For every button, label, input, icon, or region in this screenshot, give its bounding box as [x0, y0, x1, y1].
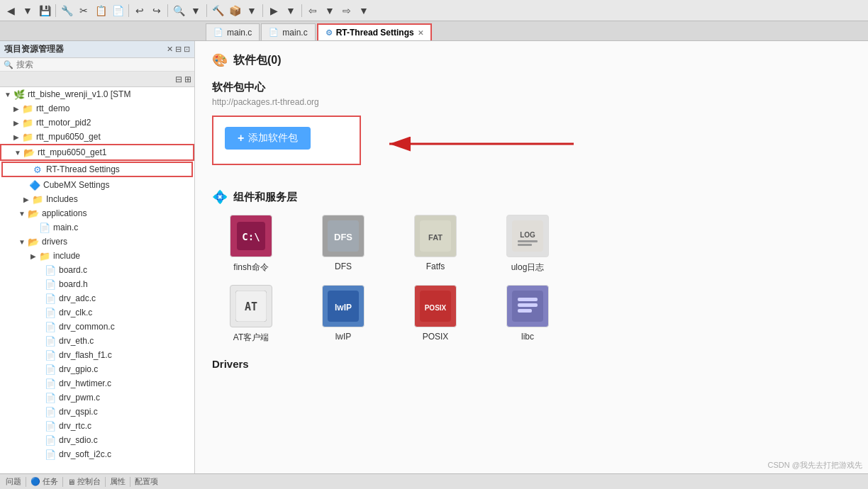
toolbar-back-icon[interactable]: ◀	[3, 3, 18, 18]
posix-icon-box: POSIX	[414, 285, 457, 327]
toolbar-settings-icon[interactable]: 🔧	[59, 3, 74, 18]
tree-item-board-h[interactable]: 📄 board.h	[0, 277, 194, 291]
sidebar-maximize-icon[interactable]: ⊡	[184, 45, 190, 54]
project-icon: 🌿	[13, 89, 26, 100]
tree-label-drv-clk: drv_clk.c	[59, 308, 92, 317]
main-layout: 项目资源管理器 ✕ ⊟ ⊡ 🔍 ⊟ ⊞ ▼ 🌿 rtt_bishe_wrenji…	[0, 41, 868, 473]
tree-label-includes: Includes	[46, 194, 78, 204]
tree-label-board-c: board.c	[59, 265, 87, 275]
tree-label-demo: rtt_demo	[36, 103, 69, 113]
add-pkg-button[interactable]: + 添加软件包	[225, 127, 311, 150]
tree-arrow-motor: ▶	[11, 119, 21, 127]
tree-item-drv-flash[interactable]: 📄 drv_flash_f1.c	[0, 348, 194, 362]
tree-label-apps: applications	[42, 208, 87, 218]
tree-label-include: include	[53, 251, 80, 261]
sidebar-expand-icon[interactable]: ⊞	[184, 74, 191, 84]
drv-gpio-icon: 📄	[44, 364, 57, 375]
tree-item-drv-common[interactable]: 📄 drv_common.c	[0, 320, 194, 334]
tree-label-drv-rtc: drv_rtc.c	[59, 421, 91, 431]
tab-rt-thread-settings[interactable]: ⚙ RT-Thread Settings ✕	[317, 23, 432, 40]
toolbar-pkg-dropdown[interactable]: ▼	[244, 3, 260, 18]
tree-item-applications[interactable]: ▼ 📂 applications	[0, 206, 194, 220]
tree-item-mpu[interactable]: ▶ 📁 rtt_mpu6050_get	[0, 130, 194, 144]
toolbar-undo-icon[interactable]: ↩	[132, 3, 148, 18]
toolbar-run-dropdown[interactable]: ▼	[283, 3, 299, 18]
toolbar-nav-back-icon[interactable]: ⇦	[305, 3, 321, 18]
components-label: 组件和服务层	[233, 191, 297, 204]
comp-posix[interactable]: POSIX POSIX	[396, 285, 474, 344]
comp-libc[interactable]: libc	[489, 285, 567, 344]
tree-label-drv-gpio: drv_gpio.c	[59, 364, 98, 374]
tree-item-include[interactable]: ▶ 📁 include	[0, 249, 194, 263]
tree-label-drv-flash: drv_flash_f1.c	[59, 350, 112, 360]
toolbar-nav-back-dropdown[interactable]: ▼	[322, 3, 338, 18]
statusbar-item-problems[interactable]: 问题	[6, 476, 21, 487]
tree-item-drv-rtc[interactable]: 📄 drv_rtc.c	[0, 419, 194, 433]
sidebar-minimize-icon[interactable]: ⊟	[175, 45, 182, 54]
toolbar-nav-fwd-icon[interactable]: ⇨	[339, 3, 355, 18]
tree-arrow-drivers: ▼	[17, 238, 27, 246]
statusbar-sep-4	[130, 477, 130, 487]
tab-close-icon[interactable]: ✕	[418, 29, 423, 37]
toolbar-redo-icon[interactable]: ↪	[149, 3, 165, 18]
tree-item-rt-settings[interactable]: ⚙ RT-Thread Settings	[1, 162, 193, 177]
fatfs-label: Fatfs	[426, 262, 445, 271]
statusbar-item-config[interactable]: 配置项	[135, 476, 158, 487]
toolbar-cut-icon[interactable]: ✂	[76, 3, 91, 18]
toolbar-run-icon[interactable]: ▶	[266, 3, 282, 18]
comp-finsh[interactable]: C:\ finsh命令	[212, 215, 290, 274]
tree-item-includes[interactable]: ▶ 📁 Includes	[0, 192, 194, 206]
toolbar-pkg-icon[interactable]: 📦	[227, 3, 243, 18]
comp-dfs[interactable]: DFS DFS	[304, 215, 382, 274]
comp-at[interactable]: AT AT客户端	[212, 285, 290, 344]
svg-rect-19	[518, 303, 538, 307]
tree-item-board-c[interactable]: 📄 board.c	[0, 263, 194, 277]
tree-item-mpu1[interactable]: ▼ 📂 rtt_mpu6050_get1	[0, 144, 194, 161]
tree-item-drv-qspi[interactable]: 📄 drv_qspi.c	[0, 405, 194, 419]
statusbar-item-tasks[interactable]: 🔵 任务	[30, 476, 58, 487]
tree-item-motor[interactable]: ▶ 📁 rtt_motor_pid2	[0, 116, 194, 130]
tab-main-c-2[interactable]: 📄 main.c	[261, 23, 315, 40]
tree-arrow-mpu1: ▼	[13, 149, 23, 157]
add-pkg-box: + 添加软件包	[212, 116, 361, 165]
sidebar-search-input[interactable]	[16, 60, 191, 69]
sidebar-collapse-icon[interactable]: ⊟	[175, 74, 182, 84]
tree-item-drv-hwtimer[interactable]: 📄 drv_hwtimer.c	[0, 376, 194, 390]
comp-ulog[interactable]: LOG ulog日志	[489, 215, 567, 274]
lwip-label: lwIP	[335, 332, 352, 342]
toolbar-paste-icon[interactable]: 📄	[110, 3, 126, 18]
svg-text:LOG: LOG	[520, 231, 535, 239]
tree-label-drv-pwm: drv_pwm.c	[59, 393, 100, 403]
tree-item-drv-clk[interactable]: 📄 drv_clk.c	[0, 305, 194, 320]
toolbar-copy-icon[interactable]: 📋	[93, 3, 108, 18]
tree-item-drv-sdio[interactable]: 📄 drv_sdio.c	[0, 433, 194, 447]
tree-item-drv-i2c[interactable]: 📄 drv_soft_i2c.c	[0, 447, 194, 461]
tree-item-drv-eth[interactable]: 📄 drv_eth.c	[0, 334, 194, 348]
tree-item-drv-pwm[interactable]: 📄 drv_pwm.c	[0, 390, 194, 405]
tree-arrow-mpu: ▶	[11, 133, 21, 141]
toolbar-search-dropdown-icon[interactable]: ▼	[188, 3, 204, 18]
at-icon-box: AT	[230, 285, 272, 327]
cubemx-icon: 🔷	[28, 179, 41, 191]
comp-fatfs[interactable]: FAT Fatfs	[396, 215, 474, 274]
drv-clk-icon: 📄	[44, 307, 57, 318]
tree-item-cubemx[interactable]: 🔷 CubeMX Settings	[0, 178, 194, 192]
statusbar-item-console[interactable]: 🖥 控制台	[67, 476, 101, 487]
tree-item-main-c[interactable]: 📄 main.c	[0, 220, 194, 235]
toolbar-build-icon[interactable]: 🔨	[210, 3, 226, 18]
tab-main-c-1[interactable]: 📄 main.c	[206, 23, 260, 40]
tree-item-rtt-bishe[interactable]: ▼ 🌿 rtt_bishe_wrenji_v1.0 [STM	[0, 87, 194, 101]
tree-item-rtt-demo[interactable]: ▶ 📁 rtt_demo	[0, 101, 194, 116]
c-file-icon: 📄	[38, 222, 51, 233]
toolbar-nav-fwd-dropdown[interactable]: ▼	[356, 3, 372, 18]
tree-item-drivers[interactable]: ▼ 📂 drivers	[0, 235, 194, 249]
toolbar-dropdown-icon[interactable]: ▼	[20, 3, 35, 18]
toolbar-save-icon[interactable]: 💾	[37, 3, 52, 18]
tree-label-main: main.c	[53, 223, 78, 232]
sidebar-close-icon[interactable]: ✕	[167, 45, 173, 54]
comp-lwip[interactable]: lwIP lwIP	[304, 285, 382, 344]
toolbar-search-icon[interactable]: 🔍	[171, 3, 187, 18]
tree-item-drv-gpio[interactable]: 📄 drv_gpio.c	[0, 362, 194, 376]
statusbar-item-props[interactable]: 属性	[110, 476, 126, 487]
tree-item-drv-adc[interactable]: 📄 drv_adc.c	[0, 291, 194, 305]
